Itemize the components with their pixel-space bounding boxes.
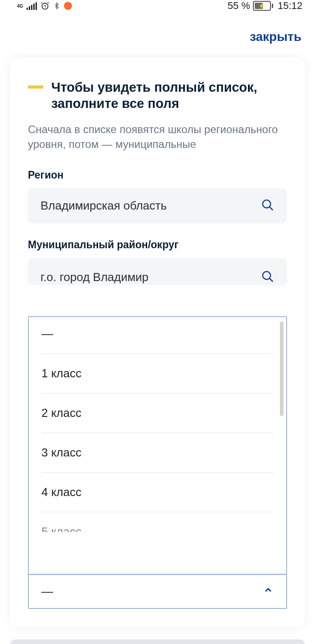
clock-time: 15:12 xyxy=(278,0,302,12)
status-left: 4G xyxy=(17,1,72,11)
class-select-toggle[interactable]: — xyxy=(28,575,287,609)
scrollbar[interactable] xyxy=(280,322,284,416)
recording-indicator-icon xyxy=(64,2,72,10)
bluetooth-icon xyxy=(53,1,60,11)
signal-icon xyxy=(27,2,37,10)
class-dropdown: — 1 класс 2 класс 3 класс 4 класс 5 клас… xyxy=(28,316,287,609)
page-subtitle: Сначала в списке появятся школы регионал… xyxy=(28,122,287,152)
chevron-up-icon xyxy=(263,585,274,599)
continue-wrap: Продолжить xyxy=(0,627,315,644)
alarm-icon xyxy=(40,1,50,10)
close-button[interactable]: закрыть xyxy=(250,30,302,44)
district-field: Муниципальный район/округ г.о. город Вла… xyxy=(28,239,287,285)
battery-icon: ⚡ xyxy=(253,1,273,11)
continue-button[interactable]: Продолжить xyxy=(10,640,305,644)
region-field: Регион Владимирская область xyxy=(28,169,287,224)
class-option-2[interactable]: 2 класс xyxy=(41,394,274,433)
class-option-empty[interactable]: — xyxy=(41,317,274,354)
class-option-4[interactable]: 4 класс xyxy=(41,473,274,512)
battery-percent: 55 % xyxy=(228,0,250,12)
class-option-3[interactable]: 3 класс xyxy=(41,433,274,473)
region-select[interactable]: Владимирская область xyxy=(28,188,287,224)
status-right: 55 % ⚡ 15:12 xyxy=(228,0,302,12)
form-card: Чтобы увидеть полный список, заполните в… xyxy=(10,58,305,627)
region-label: Регион xyxy=(28,169,287,181)
class-selected-value: — xyxy=(41,585,53,599)
district-value: г.о. город Владимир xyxy=(40,270,148,284)
page-title: Чтобы увидеть полный список, заполните в… xyxy=(51,79,287,112)
search-icon xyxy=(261,198,274,214)
svg-point-2 xyxy=(263,271,271,279)
class-option-5[interactable]: 5 класс xyxy=(41,512,274,532)
class-option-1[interactable]: 1 класс xyxy=(41,354,274,394)
network-type-icon: 4G xyxy=(17,4,23,8)
region-value: Владимирская область xyxy=(40,199,167,213)
district-label: Муниципальный район/округ xyxy=(28,239,287,251)
district-select[interactable]: г.о. город Владимир xyxy=(28,258,287,285)
search-icon xyxy=(261,270,274,285)
status-bar: 4G 55 % ⚡ 15:12 xyxy=(0,0,315,12)
class-dropdown-list[interactable]: — 1 класс 2 класс 3 класс 4 класс 5 клас… xyxy=(28,316,287,575)
accent-bar xyxy=(28,85,43,89)
svg-point-1 xyxy=(263,200,271,208)
close-row: закрыть xyxy=(0,12,315,49)
